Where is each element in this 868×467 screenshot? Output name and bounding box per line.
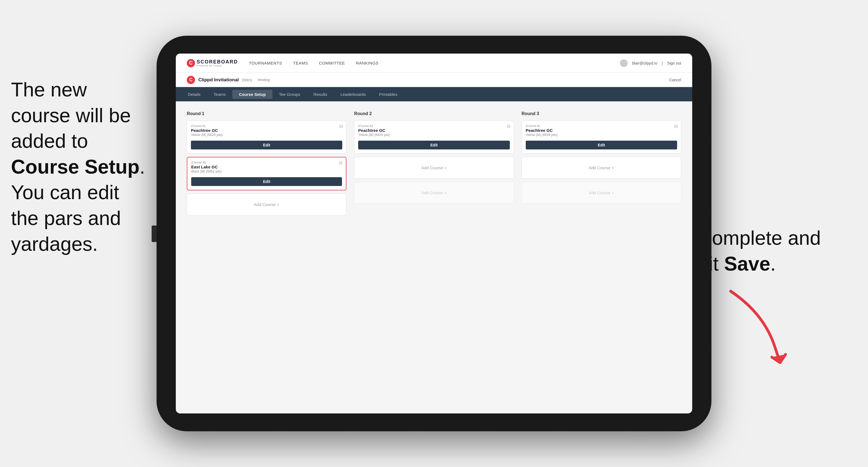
course-b-name-r1: East Lake GC: [191, 164, 342, 169]
sub-navigation: Details Teams Course Setup Tee Groups Re…: [176, 87, 692, 101]
tournament-division: (Men): [242, 78, 252, 82]
round-1-course-b-card: (Course B) East Lake GC Black (M) (6891 …: [187, 157, 346, 190]
round-2-label: Round 2: [354, 111, 514, 116]
course-a-name-r3: Peachtree GC: [526, 128, 677, 133]
main-content: Round 1 (Course A) Peachtree GC Yellow (…: [176, 101, 692, 413]
course-a-name-r2: Peachtree GC: [358, 128, 509, 133]
avatar: [620, 59, 628, 67]
brand-logo: C SCOREBOARD Powered by clippd: [187, 59, 238, 67]
user-email: blair@clippd.io: [632, 61, 657, 65]
round-2-column: Round 2 (Course A) Peachtree GC Yellow (…: [354, 111, 514, 219]
course-b-badge-r1: (Course B): [191, 161, 342, 164]
edit-course-a-r3-button[interactable]: Edit: [526, 141, 677, 150]
add-course-r2-disabled: Add Course +: [354, 182, 514, 204]
nav-rankings[interactable]: RANKINGS: [356, 61, 378, 65]
nav-right-area: blair@clippd.io | Sign out: [620, 59, 681, 67]
nav-links: TOURNAMENTS TEAMS COMMITTEE RANKINGS: [249, 61, 620, 65]
tournament-logo-icon: C: [187, 76, 195, 84]
course-a-badge-r1: (Course A): [191, 124, 342, 127]
round-1-course-a-card: (Course A) Peachtree GC Yellow (M) (6629…: [187, 121, 346, 154]
tab-details[interactable]: Details: [181, 90, 207, 99]
tournament-name: Clippd Invitational: [198, 77, 239, 83]
nav-committee[interactable]: COMMITTEE: [319, 61, 345, 65]
brand-icon: C: [187, 59, 195, 67]
course-a-details-r2: Yellow (M) (6629 yds): [358, 133, 509, 137]
course-a-details-r3: Yellow (M) (6629 yds): [526, 133, 677, 137]
add-course-r2-label: Add Course +: [422, 165, 446, 170]
edit-course-b-r1-button[interactable]: Edit: [191, 177, 342, 186]
tab-course-setup[interactable]: Course Setup: [232, 90, 273, 99]
remove-course-a-r2[interactable]: ⊟: [507, 124, 510, 129]
right-annotation: Complete and hit Save.: [698, 225, 851, 277]
course-a-badge-r2: (Course A): [358, 124, 509, 127]
remove-course-b-r1[interactable]: ⊟: [339, 160, 343, 165]
add-course-r2-disabled-label: Add Course +: [422, 190, 446, 195]
add-course-r3-disabled: Add Course +: [522, 182, 681, 204]
add-course-r2[interactable]: Add Course +: [354, 157, 514, 179]
tab-printables[interactable]: Printables: [372, 90, 404, 99]
course-b-details-r1: Black (M) (6891 yds): [191, 169, 342, 173]
tournament-bar: C Clippd Invitational (Men) Hosting Canc…: [176, 73, 692, 87]
remove-course-a-r3[interactable]: ⊟: [674, 124, 678, 129]
round-1-column: Round 1 (Course A) Peachtree GC Yellow (…: [187, 111, 346, 219]
tab-tee-groups[interactable]: Tee Groups: [273, 90, 307, 99]
tab-leaderboards[interactable]: Leaderboards: [334, 90, 372, 99]
nav-teams[interactable]: TEAMS: [293, 61, 308, 65]
cancel-button[interactable]: Cancel: [669, 78, 681, 82]
hosting-badge: Hosting: [258, 78, 270, 82]
round-3-label: Round 3: [522, 111, 681, 116]
course-a-name-r1: Peachtree GC: [191, 128, 342, 133]
top-navigation: C SCOREBOARD Powered by clippd TOURNAMEN…: [176, 54, 692, 73]
tab-results[interactable]: Results: [307, 90, 334, 99]
edit-course-a-r2-button[interactable]: Edit: [358, 141, 509, 150]
right-arrow-icon: [714, 280, 808, 368]
round-1-label: Round 1: [187, 111, 346, 116]
course-a-details-r1: Yellow (M) (6629 yds): [191, 133, 342, 137]
tab-teams[interactable]: Teams: [207, 90, 232, 99]
brand-sub: Powered by clippd: [197, 64, 238, 67]
edit-course-a-r1-button[interactable]: Edit: [191, 141, 342, 150]
tablet-screen: C SCOREBOARD Powered by clippd TOURNAMEN…: [176, 54, 692, 413]
add-course-r1[interactable]: Add Course +: [187, 194, 346, 215]
tournament-info: C Clippd Invitational (Men) Hosting: [187, 76, 270, 84]
rounds-grid: Round 1 (Course A) Peachtree GC Yellow (…: [187, 111, 681, 219]
add-course-r3-label: Add Course +: [589, 165, 614, 170]
course-a-badge-r3: (Course A): [526, 124, 677, 127]
add-course-r1-label: Add Course +: [254, 202, 279, 207]
round-3-course-a-card: (Course A) Peachtree GC Yellow (M) (6629…: [522, 121, 681, 154]
remove-course-a-r1[interactable]: ⊟: [339, 124, 343, 129]
add-course-r3[interactable]: Add Course +: [522, 157, 681, 179]
add-course-r3-disabled-label: Add Course +: [589, 190, 614, 195]
round-3-column: Round 3 (Course A) Peachtree GC Yellow (…: [522, 111, 681, 219]
nav-tournaments[interactable]: TOURNAMENTS: [249, 61, 282, 65]
tablet-device: C SCOREBOARD Powered by clippd TOURNAMEN…: [157, 36, 711, 431]
round-2-course-a-card: (Course A) Peachtree GC Yellow (M) (6629…: [354, 121, 514, 154]
sign-out-link[interactable]: Sign out: [667, 61, 681, 65]
brand-name: SCOREBOARD: [197, 59, 238, 64]
